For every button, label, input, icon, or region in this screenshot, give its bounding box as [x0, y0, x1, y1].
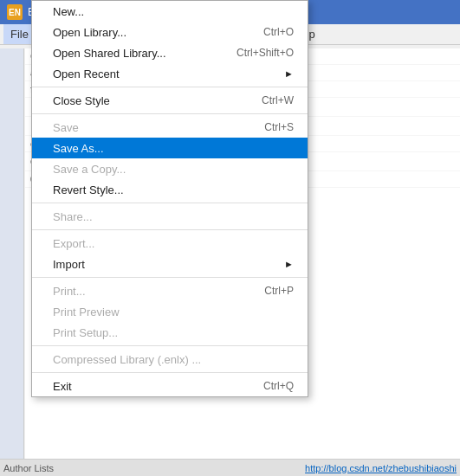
menu-save-as[interactable]: Save As... [32, 138, 308, 158]
separator-6 [32, 345, 308, 346]
menu-export: Export... [32, 233, 308, 254]
status-bar: Author Lists http://blog.csdn.net/zhebus… [0, 459, 460, 476]
menu-print-preview: Print Preview [32, 301, 308, 322]
menu-open-recent[interactable]: Open Recent ► [32, 63, 308, 84]
menu-new[interactable]: New... [32, 1, 308, 22]
separator-5 [32, 277, 308, 278]
left-panel [0, 48, 24, 459]
menu-close-style[interactable]: Close Style Ctrl+W [32, 90, 308, 111]
menu-share: Share... [32, 206, 308, 227]
menu-open-library[interactable]: Open Library... Ctrl+O [32, 22, 308, 42]
menu-import[interactable]: Import ► [32, 254, 308, 274]
menu-save: Save Ctrl+S [32, 117, 308, 138]
menu-revert-style[interactable]: Revert Style... [32, 179, 308, 200]
menu-print: Print... Ctrl+P [32, 280, 308, 301]
separator-7 [32, 372, 308, 373]
status-left: Author Lists [3, 463, 54, 473]
menu-open-shared-library[interactable]: Open Shared Library... Ctrl+Shift+O [32, 42, 308, 63]
app-icon: EN [7, 4, 23, 20]
separator-3 [32, 203, 308, 203]
menu-save-copy: Save a Copy... [32, 158, 308, 179]
menu-exit[interactable]: Exit Ctrl+Q [32, 376, 308, 396]
separator-1 [32, 87, 308, 87]
status-right: http://blog.csdn.net/zhebushibiaoshi [305, 463, 457, 473]
menu-print-setup: Print Setup... [32, 322, 308, 343]
separator-4 [32, 229, 308, 230]
menu-compressed-library: Compressed Library (.enlx) ... [32, 349, 308, 370]
file-menu-dropdown: New... Open Library... Ctrl+O Open Share… [31, 0, 308, 397]
separator-2 [32, 113, 308, 114]
